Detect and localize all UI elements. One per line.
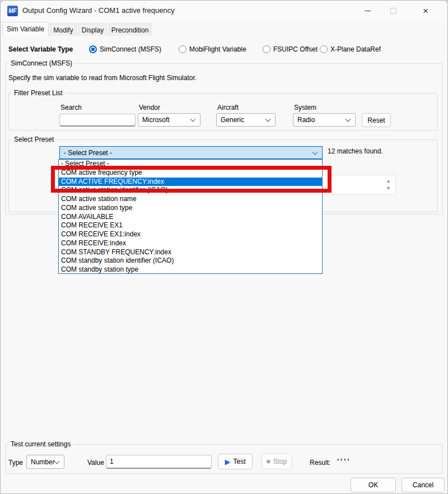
radio-mobiflight-variable-label[interactable]: MobiFlight Variable bbox=[189, 45, 246, 53]
window-title: Output Config Wizard - COM1 active frequ… bbox=[22, 6, 175, 15]
preset-select-value: - Select Preset - bbox=[64, 149, 112, 157]
annotation-red-box bbox=[51, 166, 332, 193]
vendor-label: Vendor bbox=[139, 104, 160, 111]
radio-fsuipc-offset-label[interactable]: FSUIPC Offset bbox=[273, 45, 318, 53]
radio-mobiflight-variable[interactable] bbox=[179, 45, 186, 53]
result-label: Result: bbox=[310, 459, 330, 467]
stop-button-label: Stop bbox=[273, 458, 287, 465]
maximize-icon bbox=[390, 8, 396, 14]
chevron-down-icon bbox=[312, 149, 318, 155]
preset-list-item[interactable]: COM standby station type bbox=[59, 265, 322, 274]
simconnect-group-title: SimConnect (MSFS) bbox=[8, 59, 74, 67]
close-button[interactable]: × bbox=[413, 1, 438, 21]
preset-list-item[interactable]: COM active station name bbox=[59, 195, 322, 204]
spinner-down-icon[interactable]: ▼ bbox=[386, 186, 391, 191]
radio-fsuipc-offset[interactable] bbox=[263, 45, 270, 53]
type-label: Type bbox=[8, 459, 23, 467]
chevron-down-icon bbox=[346, 116, 351, 122]
radio-xplane-dataref[interactable] bbox=[320, 45, 328, 53]
preset-list-item[interactable]: COM STANDBY FREQUENCY:index bbox=[59, 248, 322, 257]
preset-select[interactable]: - Select Preset - bbox=[59, 146, 323, 159]
chevron-down-icon bbox=[190, 116, 196, 122]
preset-list-item[interactable]: COM RECEIVE EX1:index bbox=[59, 230, 322, 239]
preset-list-item[interactable]: COM active station type bbox=[59, 204, 322, 213]
search-label: Search bbox=[60, 104, 82, 111]
cancel-button[interactable]: Cancel bbox=[402, 478, 445, 492]
radio-simconnect[interactable] bbox=[89, 45, 97, 53]
preset-list-item[interactable]: COM RECEIVE:index bbox=[59, 239, 322, 248]
output-config-wizard-window: MF Output Config Wizard - COM1 active fr… bbox=[0, 0, 448, 494]
filter-preset-group-title: Filter Preset List bbox=[12, 89, 65, 97]
aircraft-value: Generic bbox=[221, 116, 244, 124]
preset-list-item[interactable]: COM AVAILABLE bbox=[59, 213, 322, 222]
minimize-button[interactable] bbox=[354, 1, 380, 21]
select-preset-group-title: Select Preset bbox=[12, 136, 56, 143]
value-label: Value bbox=[87, 459, 104, 467]
type-value: Number bbox=[31, 458, 55, 466]
select-variable-type-label: Select Variable Type bbox=[8, 45, 73, 53]
test-button[interactable]: ▶ Test bbox=[218, 454, 253, 469]
reset-button[interactable]: Reset bbox=[362, 113, 391, 127]
aircraft-select[interactable]: Generic bbox=[216, 113, 276, 127]
titlebar[interactable]: MF Output Config Wizard - COM1 active fr… bbox=[1, 1, 447, 21]
result-value: '''' bbox=[337, 457, 351, 465]
play-icon: ▶ bbox=[225, 458, 230, 466]
matches-found-text: 12 matches found. bbox=[328, 147, 383, 155]
tab-precondition[interactable]: Precondition bbox=[109, 24, 151, 36]
radio-xplane-dataref-label[interactable]: X-Plane DataRef bbox=[330, 45, 381, 53]
test-button-label: Test bbox=[233, 458, 245, 465]
chevron-down-icon bbox=[54, 458, 60, 464]
minimize-icon bbox=[365, 11, 371, 11]
stop-icon: ■ bbox=[267, 458, 270, 465]
radio-simconnect-label[interactable]: SimConnect (MSFS) bbox=[100, 45, 161, 53]
preset-list-item[interactable]: COM RECEIVE EX1 bbox=[59, 221, 322, 230]
tab-sim-variable[interactable]: Sim Variable bbox=[2, 22, 49, 36]
tab-strip: Sim Variable Modify Display Precondition bbox=[1, 22, 447, 36]
search-input[interactable] bbox=[59, 114, 136, 127]
tab-modify[interactable]: Modify bbox=[50, 24, 77, 36]
close-icon: × bbox=[423, 6, 428, 16]
chevron-down-icon bbox=[265, 116, 271, 122]
system-label: System bbox=[294, 104, 316, 111]
aircraft-label: Aircraft bbox=[217, 104, 239, 111]
stop-button: ■ Stop bbox=[262, 454, 292, 469]
preset-list-item[interactable]: COM standby station identifier (ICAO) bbox=[59, 257, 322, 265]
maximize-button bbox=[380, 1, 406, 21]
ok-button[interactable]: OK bbox=[351, 478, 396, 492]
spinner-up-icon[interactable]: ▲ bbox=[386, 179, 391, 184]
simconnect-description: Specify the sim variable to read from Mi… bbox=[8, 74, 197, 82]
tab-display[interactable]: Display bbox=[78, 24, 107, 36]
type-select[interactable]: Number bbox=[26, 455, 64, 469]
vendor-select[interactable]: Microsoft bbox=[138, 113, 200, 127]
app-logo-icon: MF bbox=[7, 6, 18, 16]
value-input[interactable] bbox=[106, 455, 212, 469]
test-settings-group-title: Test current settings bbox=[8, 440, 73, 448]
system-select[interactable]: Radio bbox=[293, 113, 356, 127]
system-value: Radio bbox=[297, 116, 315, 124]
vendor-value: Microsoft bbox=[142, 116, 170, 124]
